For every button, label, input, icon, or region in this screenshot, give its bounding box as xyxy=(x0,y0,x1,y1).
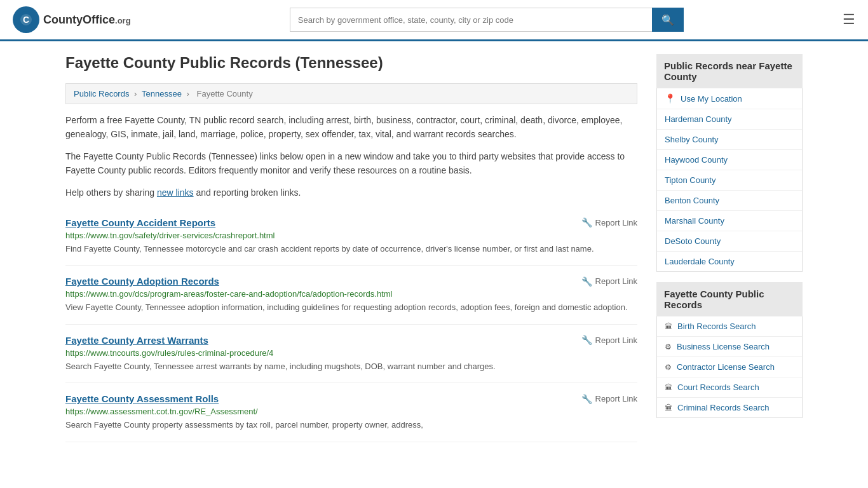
haywood-county-link[interactable]: Haywood County xyxy=(665,155,728,165)
report-link-arrest[interactable]: 🔧 Report Link xyxy=(581,335,637,345)
court-records-link[interactable]: Court Records Search xyxy=(677,383,759,392)
list-item: Hardeman County xyxy=(657,109,802,130)
report-link-assessment[interactable]: 🔧 Report Link xyxy=(581,394,637,404)
public-records-section-title: Fayette County Public Records xyxy=(656,282,803,316)
criminal-records-link[interactable]: Criminal Records Search xyxy=(677,403,770,412)
marshall-county-link[interactable]: Marshall County xyxy=(665,216,724,226)
birth-records-icon: 🏛 xyxy=(665,322,672,331)
business-license-icon: ⚙ xyxy=(665,342,672,351)
shelby-county-link[interactable]: Shelby County xyxy=(665,135,719,144)
description-1: Perform a free Fayette County, TN public… xyxy=(65,113,637,142)
record-url-assessment[interactable]: https://www.assessment.cot.tn.gov/RE_Ass… xyxy=(65,407,637,416)
use-location-item[interactable]: 📍 Use My Location xyxy=(657,88,802,109)
nearby-section: Public Records near Fayette County 📍 Use… xyxy=(656,54,803,272)
description-2: The Fayette County Public Records (Tenne… xyxy=(65,149,637,178)
logo-text: CountyOffice.org xyxy=(43,13,131,26)
record-item-adoption: Fayette County Adoption Records 🔧 Report… xyxy=(65,266,637,325)
breadcrumb: Public Records › Tennessee › Fayette Cou… xyxy=(65,83,637,104)
report-link-adoption[interactable]: 🔧 Report Link xyxy=(581,276,637,287)
business-license-link[interactable]: Business License Search xyxy=(677,342,770,351)
record-item-arrest-warrants: Fayette County Arrest Warrants 🔧 Report … xyxy=(65,325,637,384)
hardeman-county-link[interactable]: Hardeman County xyxy=(665,114,732,124)
criminal-records-icon: 🏛 xyxy=(665,403,672,412)
contractor-license-link[interactable]: Contractor License Search xyxy=(677,362,775,372)
sidebar: Public Records near Fayette County 📍 Use… xyxy=(656,54,803,442)
page-title: Fayette County Public Records (Tennessee… xyxy=(65,54,637,72)
record-title-accident[interactable]: Fayette County Accident Reports xyxy=(65,217,215,228)
list-item: 🏛 Court Records Search xyxy=(657,377,802,398)
record-url-accident[interactable]: https://www.tn.gov/safety/driver-service… xyxy=(65,231,637,240)
list-item: Marshall County xyxy=(657,211,802,231)
header: C CountyOffice.org 🔍 ☰ xyxy=(0,0,868,41)
report-icon: 🔧 xyxy=(581,217,592,227)
list-item: ⚙ Business License Search xyxy=(657,337,802,357)
record-title-adoption[interactable]: Fayette County Adoption Records xyxy=(65,276,219,287)
public-records-list: 🏛 Birth Records Search ⚙ Business Licens… xyxy=(656,316,803,418)
report-icon-assessment: 🔧 xyxy=(581,394,592,404)
svg-text:C: C xyxy=(23,15,29,25)
list-item: DeSoto County xyxy=(657,231,802,252)
record-item-accident-reports: Fayette County Accident Reports 🔧 Report… xyxy=(65,207,637,266)
new-links-link[interactable]: new links xyxy=(157,187,194,198)
record-url-adoption[interactable]: https://www.tn.gov/dcs/program-areas/fos… xyxy=(65,289,637,299)
record-desc-accident: Find Fayette County, Tennessee motorcycl… xyxy=(65,243,637,255)
desoto-county-link[interactable]: DeSoto County xyxy=(665,236,721,246)
description-3: Help others by sharing new links and rep… xyxy=(65,186,637,200)
nearby-section-title: Public Records near Fayette County xyxy=(656,54,803,88)
list-item: Haywood County xyxy=(657,150,802,170)
report-icon-arrest: 🔧 xyxy=(581,335,592,345)
list-item: ⚙ Contractor License Search xyxy=(657,357,802,377)
birth-records-link[interactable]: Birth Records Search xyxy=(677,322,756,331)
record-item-assessment: Fayette County Assessment Rolls 🔧 Report… xyxy=(65,383,637,442)
record-title-arrest[interactable]: Fayette County Arrest Warrants xyxy=(65,335,208,346)
report-link-accident[interactable]: 🔧 Report Link xyxy=(581,217,637,227)
court-records-icon: 🏛 xyxy=(665,383,672,392)
list-item: Tipton County xyxy=(657,170,802,191)
pin-icon: 📍 xyxy=(665,93,675,104)
list-item: 🏛 Birth Records Search xyxy=(657,316,802,337)
list-item: Shelby County xyxy=(657,130,802,150)
records-list: Fayette County Accident Reports 🔧 Report… xyxy=(65,207,637,442)
lauderdale-county-link[interactable]: Lauderdale County xyxy=(665,257,735,266)
use-location-link[interactable]: Use My Location xyxy=(681,94,742,104)
logo-area: C CountyOffice.org xyxy=(13,6,131,33)
record-desc-arrest: Search Fayette County, Tennessee arrest … xyxy=(65,360,637,373)
report-icon-adoption: 🔧 xyxy=(581,276,592,287)
list-item: Lauderdale County xyxy=(657,252,802,271)
contractor-license-icon: ⚙ xyxy=(665,363,672,372)
list-item: Benton County xyxy=(657,191,802,211)
breadcrumb-tennessee[interactable]: Tennessee xyxy=(142,89,182,98)
search-input[interactable] xyxy=(290,8,652,32)
record-desc-assessment: Search Fayette County property assessmen… xyxy=(65,419,637,431)
public-records-section: Fayette County Public Records 🏛 Birth Re… xyxy=(656,282,803,418)
logo-icon: C xyxy=(13,6,39,33)
search-area: 🔍 xyxy=(290,8,684,32)
record-url-arrest[interactable]: https://www.tncourts.gov/rules/rules-cri… xyxy=(65,348,637,358)
breadcrumb-public-records[interactable]: Public Records xyxy=(74,89,129,98)
main-container: Fayette County Public Records (Tennessee… xyxy=(53,41,815,455)
breadcrumb-current: Fayette County xyxy=(196,89,252,98)
nearby-counties-list: 📍 Use My Location Hardeman County Shelby… xyxy=(656,88,803,272)
tipton-county-link[interactable]: Tipton County xyxy=(665,175,715,185)
hamburger-menu-icon[interactable]: ☰ xyxy=(843,11,855,28)
content-area: Fayette County Public Records (Tennessee… xyxy=(65,54,637,442)
benton-county-link[interactable]: Benton County xyxy=(665,196,719,205)
list-item: 🏛 Criminal Records Search xyxy=(657,398,802,417)
record-desc-adoption: View Fayette County, Tennessee adoption … xyxy=(65,301,637,314)
search-button[interactable]: 🔍 xyxy=(652,8,684,32)
record-title-assessment[interactable]: Fayette County Assessment Rolls xyxy=(65,393,219,404)
